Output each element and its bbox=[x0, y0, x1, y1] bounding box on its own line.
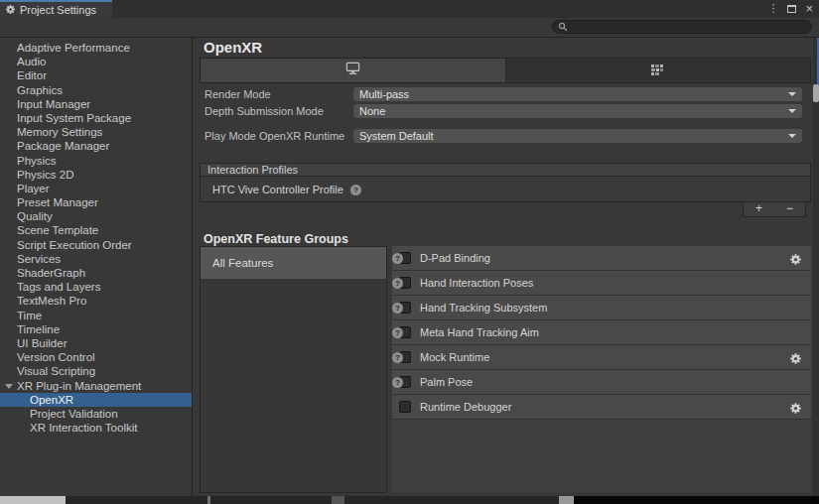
sidebar-item-label: Time bbox=[17, 310, 42, 321]
sidebar-item[interactable]: Project Validation bbox=[0, 407, 192, 421]
interaction-profiles-footer: + − bbox=[200, 202, 811, 217]
search-input[interactable] bbox=[552, 20, 812, 34]
help-icon[interactable]: ? bbox=[392, 303, 403, 314]
sidebar-item[interactable]: Package Manager bbox=[0, 139, 192, 153]
feature-settings-gear-icon[interactable] bbox=[789, 351, 802, 364]
sidebar-item-label: Quality bbox=[17, 210, 53, 222]
scrollbar-gutter bbox=[574, 496, 819, 504]
help-icon[interactable]: ? bbox=[392, 253, 403, 264]
foldout-triangle-icon[interactable] bbox=[5, 384, 13, 389]
feature-group-label: All Features bbox=[212, 257, 273, 269]
vertical-scrollbar-thumb[interactable] bbox=[813, 84, 819, 102]
sidebar-item-label: Adaptive Performance bbox=[17, 42, 130, 54]
setting-dropdown[interactable]: None bbox=[353, 104, 802, 118]
sidebar-item[interactable]: Version Control bbox=[0, 350, 192, 364]
setting-dropdown[interactable]: System Default bbox=[353, 129, 802, 143]
sidebar-item[interactable]: Time bbox=[0, 309, 192, 322]
add-remove-box: + − bbox=[743, 202, 806, 217]
project-settings-window: Project Settings ⋮ × Adaptive Performanc… bbox=[0, 0, 819, 504]
sidebar-item[interactable]: Editor bbox=[0, 68, 192, 82]
feature-row: Hand Interaction Poses ? bbox=[392, 271, 811, 296]
sidebar-item-label: OpenXR bbox=[30, 394, 73, 406]
dropdown-value: None bbox=[359, 105, 385, 117]
sidebar-item[interactable]: Input Manager bbox=[0, 97, 192, 111]
sidebar-item[interactable]: Physics 2D bbox=[0, 168, 192, 182]
sidebar-item[interactable]: TextMesh Pro bbox=[0, 294, 192, 308]
sidebar-item[interactable]: Script Execution Order bbox=[0, 238, 192, 252]
sidebar-item[interactable]: XR Interaction Toolkit bbox=[0, 421, 192, 435]
setting-dropdown[interactable]: Multi-pass bbox=[353, 87, 802, 101]
gear-icon bbox=[5, 4, 16, 17]
sidebar-item[interactable]: Player bbox=[0, 182, 192, 195]
sidebar-item[interactable]: Audio bbox=[0, 55, 192, 68]
help-icon[interactable]: ? bbox=[392, 352, 403, 363]
sidebar-item-label: Physics bbox=[17, 155, 57, 167]
setting-label: Play Mode OpenXR Runtime bbox=[205, 130, 344, 142]
sidebar-item[interactable]: Tags and Layers bbox=[0, 280, 192, 294]
sidebar-item-label: Scene Template bbox=[17, 224, 98, 236]
window-controls: ⋮ × bbox=[767, 0, 813, 18]
sidebar-item[interactable]: Services bbox=[0, 252, 192, 266]
feature-settings-gear-icon[interactable] bbox=[789, 401, 802, 414]
remove-profile-button[interactable]: − bbox=[774, 202, 805, 216]
feature-label: Hand Tracking Subsystem bbox=[420, 302, 547, 314]
monitor-icon bbox=[345, 62, 360, 79]
help-icon[interactable]: ? bbox=[350, 185, 361, 195]
sidebar-item-label: Visual Scripting bbox=[17, 365, 95, 377]
openxr-settings-panel: OpenXR bbox=[193, 38, 813, 496]
sidebar-item-label: Memory Settings bbox=[17, 126, 102, 138]
feature-row: Hand Tracking Subsystem ? bbox=[392, 296, 811, 320]
help-icon[interactable]: ? bbox=[392, 377, 403, 388]
setting-row: Play Mode OpenXR Runtime System Default bbox=[193, 129, 813, 143]
maximize-icon[interactable] bbox=[787, 5, 796, 13]
sidebar-item[interactable]: ShaderGraph bbox=[0, 266, 192, 280]
feature-groups-list: All Features bbox=[200, 246, 387, 493]
sidebar-item[interactable]: Input System Package bbox=[0, 111, 192, 125]
sidebar-item-label: Preset Manager bbox=[17, 196, 98, 208]
sidebar-item[interactable]: Memory Settings bbox=[0, 125, 192, 139]
feature-groups-heading: OpenXR Feature Groups bbox=[204, 232, 348, 246]
sidebar-item-label: Editor bbox=[17, 69, 47, 81]
sidebar-item[interactable]: Graphics bbox=[0, 83, 192, 97]
sidebar-item-label: Audio bbox=[17, 56, 46, 67]
sidebar-item-label: Input Manager bbox=[17, 98, 90, 110]
tab-devices[interactable] bbox=[505, 59, 811, 82]
feature-checkbox[interactable] bbox=[399, 401, 411, 413]
feature-group-item[interactable]: All Features bbox=[201, 247, 386, 279]
interaction-profile-row[interactable]: HTC Vive Controller Profile ? bbox=[201, 177, 810, 202]
horizontal-scrollbar-thumb[interactable] bbox=[0, 496, 66, 504]
help-icon[interactable]: ? bbox=[392, 327, 403, 338]
sidebar-item[interactable]: UI Builder bbox=[0, 336, 192, 350]
feature-settings-gear-icon[interactable] bbox=[789, 252, 802, 265]
feature-label: Mock Runtime bbox=[420, 351, 489, 363]
horizontal-scrollbar[interactable] bbox=[0, 496, 819, 504]
vertical-scrollbar[interactable] bbox=[813, 38, 819, 496]
sidebar-item-label: Script Execution Order bbox=[17, 239, 132, 251]
close-icon[interactable]: × bbox=[805, 0, 813, 18]
sidebar-item[interactable]: OpenXR bbox=[0, 393, 192, 407]
feature-label: D-Pad Binding bbox=[420, 252, 490, 264]
sidebar-item[interactable]: Preset Manager bbox=[0, 195, 192, 209]
add-profile-button[interactable]: + bbox=[744, 202, 774, 216]
devices-grid-icon bbox=[651, 62, 664, 79]
sidebar-item[interactable]: XR Plug-in Management bbox=[0, 379, 192, 393]
sidebar-item[interactable]: Scene Template bbox=[0, 223, 192, 237]
sidebar-item-label: Version Control bbox=[17, 351, 95, 363]
chevron-down-icon bbox=[788, 109, 796, 113]
sidebar-item[interactable]: Visual Scripting bbox=[0, 364, 192, 378]
tab-pc-standalone[interactable] bbox=[201, 59, 505, 82]
help-icon[interactable]: ? bbox=[392, 278, 403, 289]
settings-rows: Render Mode Multi-pass Depth Submission … bbox=[193, 87, 813, 146]
sidebar-item-label: Services bbox=[17, 253, 61, 265]
dropdown-value: System Default bbox=[359, 130, 434, 142]
sidebar-item-label: Graphics bbox=[17, 84, 63, 96]
sidebar-item-label: Timeline bbox=[17, 323, 60, 335]
sidebar-item[interactable]: Adaptive Performance bbox=[0, 41, 192, 55]
sidebar-item[interactable]: Physics bbox=[0, 154, 192, 168]
sidebar-item[interactable]: Timeline bbox=[0, 322, 192, 336]
feature-row: Runtime Debugger bbox=[392, 395, 811, 420]
sidebar-item[interactable]: Quality bbox=[0, 209, 192, 223]
sidebar-item-label: UI Builder bbox=[17, 337, 68, 349]
tab-project-settings[interactable]: Project Settings bbox=[0, 0, 112, 18]
menu-kebab-icon[interactable]: ⋮ bbox=[767, 0, 778, 18]
